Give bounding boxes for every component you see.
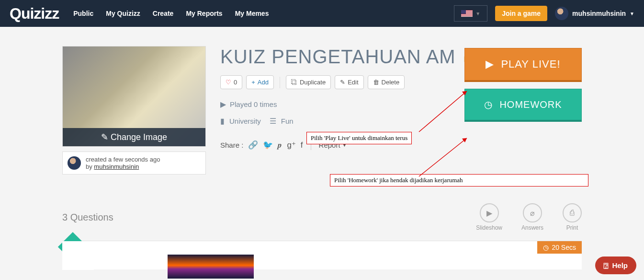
like-count: 0 [234,79,237,86]
username-label: muhsinmuhsinin [572,10,626,17]
edit-label: Edit [348,79,358,86]
nav-my-quizizz[interactable]: My Quizizz [106,10,140,17]
list-icon: ☰ [270,117,276,126]
created-time-label: created a few seconds ago [86,156,160,163]
add-button[interactable]: +Add [246,75,274,89]
heart-icon: ♡ [226,79,231,86]
answers-button[interactable]: ⌀ Answers [521,203,543,231]
answers-label: Answers [521,224,543,231]
creator-info: created a few seconds ago by muhsinmuhsi… [62,152,206,175]
annotation-play-live: Pilih 'Play Live' untuk dimainkan terus [306,132,412,144]
facebook-icon[interactable]: f [301,140,303,150]
flag-us-icon [461,10,473,17]
question-card: ◷ 20 Secs [62,241,582,269]
like-button[interactable]: ♡0 [220,75,242,89]
play-icon: ▶ [486,58,494,70]
change-image-label: Change Image [111,132,167,142]
delete-label: Delete [382,79,400,86]
link-icon[interactable]: 🔗 [248,140,258,150]
clock-icon: ◷ [484,99,493,110]
copy-icon: ⿻ [291,79,297,86]
avatar [555,7,568,20]
creator-avatar [68,156,81,170]
delete-button[interactable]: 🗑Delete [368,75,405,89]
play-live-label: PLAY LIVE! [501,58,560,70]
add-label: Add [258,79,269,86]
share-label: Share : [220,141,243,149]
language-selector[interactable]: ▼ [454,5,487,22]
edit-button[interactable]: ✎Edit [335,75,363,89]
user-menu[interactable]: muhsinmuhsinin ▼ [555,7,634,20]
play-live-button[interactable]: ▶ PLAY LIVE! [464,48,582,82]
print-icon: ⎙ [570,209,575,217]
top-nav: Quizizz Public My Quizizz Create My Repo… [0,0,644,27]
print-button[interactable]: ⎙ Print [563,203,582,231]
author-link[interactable]: muhsinmuhsinin [94,163,139,170]
chevron-down-icon: ▼ [475,11,480,16]
eye-off-icon: ⌀ [530,209,535,218]
nav-my-reports[interactable]: My Reports [186,10,222,17]
nav-public[interactable]: Public [73,10,93,17]
edit-icon: ✎ [101,132,108,142]
quiz-title-text: KUIZ PENGETAHUAN AM [220,46,456,68]
time-label: 20 Secs [552,244,576,251]
slideshow-button[interactable]: ▶ Slideshow [476,203,502,231]
play-icon: ▶ [486,209,492,218]
edit-icon: ✎ [340,79,345,86]
change-image-button[interactable]: ✎ Change Image [63,128,205,146]
book-icon: ▮ [220,117,225,126]
print-label: Print [566,224,578,231]
duplicate-button[interactable]: ⿻Duplicate [286,75,331,89]
divider [280,77,280,88]
nav-my-memes[interactable]: My Memes [235,10,269,17]
twitter-icon[interactable]: 🐦 [263,140,273,150]
help-label: Help [612,261,628,269]
help-icon: ⍰ [604,261,608,269]
played-count: Played 0 times [230,100,277,108]
annotation-homework: Pilih 'Homework' jika hendak dijadikan k… [330,174,588,187]
join-game-button[interactable]: Join a game [495,6,547,21]
trash-icon: 🗑 [373,79,379,86]
quiz-cover-image: ✎ Change Image [62,46,206,147]
duplicate-label: Duplicate [300,79,326,86]
slideshow-label: Slideshow [476,224,502,231]
google-plus-icon[interactable]: g⁺ [287,140,295,150]
pinterest-icon[interactable]: 𝒑 [278,140,282,150]
question-image-thumb [168,255,254,279]
help-button[interactable]: ⍰ Help [595,257,636,274]
plus-icon: + [251,79,255,86]
clock-icon: ◷ [543,244,549,251]
play-icon: ▶ [220,100,226,109]
category-label: Fun [281,117,294,125]
level-label: University [229,117,261,125]
chevron-down-icon: ▼ [630,11,634,16]
homework-label: HOMEWORK [499,99,562,110]
by-label: by [86,163,94,170]
homework-button[interactable]: ◷ HOMEWORK [464,89,582,122]
time-badge: ◷ 20 Secs [537,241,582,254]
question-count: 3 Questions [62,212,113,223]
logo[interactable]: Quizizz [10,5,59,23]
nav-menu: Public My Quizizz Create My Reports My M… [73,10,269,17]
nav-create[interactable]: Create [153,10,174,17]
